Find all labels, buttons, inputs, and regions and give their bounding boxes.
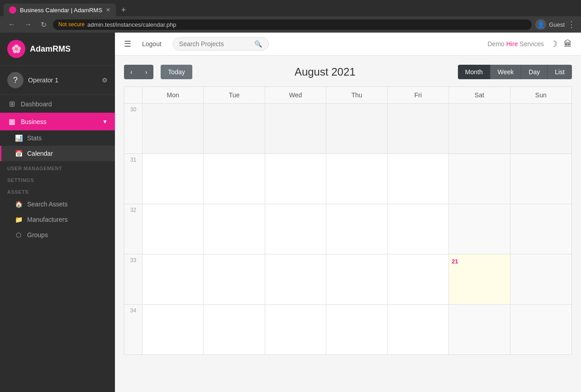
- calendar-cell-w4-d1[interactable]: [204, 305, 265, 354]
- calendar-header: ‹ › Today August 2021 Month Week Day Lis…: [124, 65, 572, 79]
- day-label-tue: Tue: [204, 87, 265, 103]
- sidebar-sub-label: Calendar: [27, 150, 53, 157]
- forward-button[interactable]: →: [22, 19, 34, 29]
- logo-text: AdamRMS: [30, 44, 71, 54]
- calendar-cell-w1-d0[interactable]: [143, 154, 204, 204]
- tab-favicon: [9, 6, 16, 14]
- calendar-prev-button[interactable]: ‹: [124, 65, 139, 79]
- calendar-cell-w4-d6[interactable]: [510, 305, 571, 354]
- hamburger-menu-button[interactable]: ☰: [124, 39, 131, 49]
- topbar-right: Demo Hire Services ☽ 🏛: [488, 39, 572, 49]
- calendar-week-2: 32: [124, 204, 571, 254]
- active-tab[interactable]: Business Calendar | AdamRMS ✕: [4, 4, 116, 16]
- calendar-cell-w2-d0[interactable]: [143, 204, 204, 254]
- calendar-cell-w3-d6[interactable]: [510, 254, 571, 304]
- week-number-3: 33: [124, 254, 143, 304]
- calendar-cell-w1-d2[interactable]: [265, 154, 326, 204]
- sidebar-item-dashboard[interactable]: ⊞ Dashboard: [0, 95, 115, 113]
- calendar-cell-w3-d4[interactable]: [388, 254, 449, 304]
- calendar-prev-next-buttons: ‹ ›: [124, 65, 153, 79]
- calendar-cell-w0-d5[interactable]: [449, 104, 510, 153]
- tab-close-button[interactable]: ✕: [106, 7, 110, 13]
- calendar-today-button[interactable]: Today: [161, 65, 192, 79]
- sidebar-sub-stats[interactable]: 📊 Stats: [0, 130, 115, 146]
- calendar-cell-w0-d6[interactable]: [510, 104, 571, 153]
- calendar-cell-w0-d3[interactable]: [326, 104, 387, 153]
- theme-toggle-button[interactable]: ☽: [550, 39, 557, 49]
- calendar-cell-w0-d4[interactable]: [388, 104, 449, 153]
- calendar-cell-w4-d5[interactable]: [449, 305, 510, 354]
- calendar-cell-w3-d0[interactable]: [143, 254, 204, 304]
- profile-icon[interactable]: 👤: [535, 19, 546, 30]
- calendar-cell-w1-d4[interactable]: [388, 154, 449, 204]
- calendar-cell-w1-d1[interactable]: [204, 154, 265, 204]
- calendar-cell-w2-d3[interactable]: [326, 204, 387, 254]
- search-assets-icon: 🏠: [14, 201, 23, 208]
- day-label-wed: Wed: [265, 87, 326, 103]
- day-label-thu: Thu: [326, 87, 387, 103]
- demo-label: Demo: [488, 40, 505, 48]
- groups-icon: ⬡: [14, 231, 23, 239]
- search-projects-box[interactable]: 🔍: [172, 37, 269, 51]
- address-input[interactable]: Not secure admin.test/instances/calendar…: [53, 19, 532, 30]
- calendar-cell-w3-d1[interactable]: [204, 254, 265, 304]
- sidebar-sub-calendar[interactable]: 📅 Calendar: [0, 146, 115, 161]
- gear-icon[interactable]: ⚙: [102, 76, 108, 84]
- sidebar-manufacturers[interactable]: 📁 Manufacturers: [0, 212, 115, 227]
- calendar-cell-w2-d4[interactable]: [388, 204, 449, 254]
- calendar-next-button[interactable]: ›: [139, 65, 154, 79]
- section-settings: SETTINGS: [0, 173, 115, 185]
- browser-menu-button[interactable]: ⋮: [567, 19, 576, 29]
- new-tab-button[interactable]: +: [118, 5, 130, 15]
- search-projects-input[interactable]: [179, 40, 252, 48]
- search-icon[interactable]: 🔍: [254, 40, 262, 48]
- hire-label: Hire: [505, 40, 518, 48]
- chevron-down-icon: ▼: [102, 119, 108, 125]
- week-number-1: 31: [124, 154, 143, 204]
- browser-chrome: Business Calendar | AdamRMS ✕ + ← → ↻ No…: [0, 0, 581, 33]
- sidebar-sub-label: Stats: [27, 134, 42, 142]
- view-list-button[interactable]: List: [548, 65, 572, 79]
- tab-bar: Business Calendar | AdamRMS ✕ +: [0, 0, 581, 16]
- view-week-button[interactable]: Week: [491, 65, 522, 79]
- calendar-cell-w4-d4[interactable]: [388, 305, 449, 354]
- day-label-sun: Sun: [510, 87, 571, 103]
- calendar-cell-w1-d6[interactable]: [510, 154, 571, 204]
- sidebar-asset-label: Manufacturers: [27, 216, 67, 223]
- profile-label: Guest: [549, 21, 565, 28]
- view-day-button[interactable]: Day: [521, 65, 548, 79]
- calendar-cell-w4-d0[interactable]: [143, 305, 204, 354]
- calendar-cell-w0-d2[interactable]: [265, 104, 326, 153]
- calendar-cell-w3-d5[interactable]: 21: [449, 254, 510, 304]
- reload-button[interactable]: ↻: [38, 19, 49, 30]
- calendar-nav-group: ‹ › Today: [124, 65, 192, 79]
- view-month-button[interactable]: Month: [458, 65, 491, 79]
- calendar-cell-w0-d0[interactable]: [143, 104, 204, 153]
- calendar-cell-w3-d2[interactable]: [265, 254, 326, 304]
- calendar-cell-w2-d5[interactable]: [449, 204, 510, 254]
- address-text: admin.test/instances/calendar.php: [87, 21, 176, 28]
- main-content: ☰ Logout 🔍 Demo Hire Services ☽ 🏛 ‹: [115, 33, 581, 392]
- calendar-cell-w2-d6[interactable]: [510, 204, 571, 254]
- calendar-cell-w2-d1[interactable]: [204, 204, 265, 254]
- dashboard-icon: ⊞: [7, 100, 16, 108]
- day-label-fri: Fri: [388, 87, 449, 103]
- back-button[interactable]: ←: [5, 19, 18, 29]
- calendar-cell-w3-d3[interactable]: [326, 254, 387, 304]
- calendar-cell-w2-d2[interactable]: [265, 204, 326, 254]
- calendar-cell-w4-d2[interactable]: [265, 305, 326, 354]
- calendar-cell-w1-d3[interactable]: [326, 154, 387, 204]
- calendar-week-3: 3321: [124, 254, 571, 305]
- demo-hire-label: Demo Hire Services: [488, 40, 544, 48]
- not-secure-label: Not secure: [58, 21, 85, 28]
- logout-button[interactable]: Logout: [138, 38, 165, 49]
- sidebar-groups[interactable]: ⬡ Groups: [0, 227, 115, 243]
- calendar-cell-w1-d5[interactable]: [449, 154, 510, 204]
- building-icon[interactable]: 🏛: [564, 39, 572, 49]
- services-label: Services: [518, 40, 544, 48]
- sidebar-item-business[interactable]: ▦ Business ▼: [0, 113, 115, 130]
- calendar-cell-w4-d3[interactable]: [326, 305, 387, 354]
- app: 🌸 AdamRMS ? Operator 1 ⚙ ⊞ Dashboard ▦ B…: [0, 33, 581, 392]
- sidebar-search-assets[interactable]: 🏠 Search Assets: [0, 196, 115, 212]
- calendar-cell-w0-d1[interactable]: [204, 104, 265, 153]
